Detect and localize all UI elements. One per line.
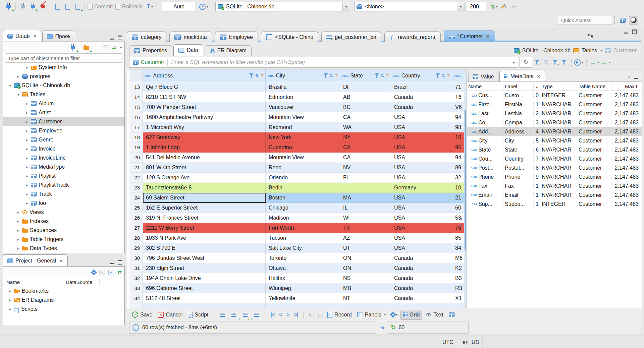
quick-access-input[interactable] [558, 16, 612, 25]
cell-state[interactable]: UT [340, 243, 391, 253]
table-row[interactable]: 16 1600 Amphitheatre Parkway Mountain Vi… [129, 112, 464, 122]
cell-country[interactable]: USA [391, 203, 452, 213]
tree-item[interactable]: SQLite - Chinook.db [3, 81, 124, 90]
tab-metadata[interactable]: MetaData ✕ [499, 71, 545, 81]
expand-arrow-icon[interactable] [8, 307, 12, 311]
link-with-editor-button[interactable]: ⇄ [112, 45, 116, 51]
cell-country[interactable]: Canada [391, 273, 452, 283]
next-row-button[interactable]: > [285, 312, 291, 318]
cell-address[interactable]: 1 Microsoft Way [143, 122, 266, 132]
expand-arrow-icon[interactable] [25, 119, 29, 124]
cell-postalcode[interactable]: 85 [452, 233, 464, 243]
cell-state[interactable]: ON [340, 263, 391, 273]
cell-address[interactable]: 69 Salem Street [143, 193, 266, 203]
cell-city[interactable]: Redmond [266, 122, 340, 132]
metadata-row[interactable]: 123Cus... Custo... 0 INTEGER Customer 2,… [467, 91, 642, 100]
row-number[interactable]: 31 [129, 263, 143, 273]
expand-arrow-icon[interactable] [25, 128, 29, 133]
save-filter-button[interactable]: ▪ [553, 60, 557, 65]
cell-address[interactable]: 801 W 4th Street [143, 163, 266, 173]
nav-new-connection-button[interactable]: + [69, 43, 77, 52]
row-number[interactable]: 16 [129, 112, 143, 122]
cell-city[interactable]: Salt Lake City [266, 243, 340, 253]
expand-arrow-icon[interactable] [16, 219, 20, 224]
tree-item[interactable]: Genre [3, 135, 124, 144]
last-row-button[interactable]: >| [292, 312, 300, 318]
editor-tab[interactable]: get_customer_ba ✕ [321, 32, 381, 42]
tab-properties[interactable]: Properties [129, 45, 172, 56]
cell-state[interactable]: NV [340, 163, 391, 173]
table-row[interactable]: 25 162 E Superior Street Chicago IL USA … [129, 203, 464, 213]
table-row[interactable]: 34 5112 48 Street Yellowknife NT Canada … [129, 293, 464, 303]
cell-country[interactable]: USA [391, 243, 452, 253]
row-number[interactable]: 33 [129, 283, 143, 293]
tab-value[interactable]: Value [468, 72, 498, 81]
cell-address[interactable]: 796 Dundas Street West [143, 253, 266, 263]
datasource-dropdown-button[interactable]: ▼ [342, 2, 350, 11]
tree-item[interactable]: Playlist [3, 171, 124, 180]
breadcrumb-tables[interactable]: Tables [582, 48, 597, 54]
scrollbar-thumb[interactable] [465, 110, 466, 250]
collapse-all-button[interactable]: − [103, 45, 108, 50]
script-button[interactable]: Script [186, 310, 210, 320]
cell-address[interactable]: 627 Broadway [143, 132, 266, 142]
fetch-next-page-icon[interactable]: ↳▫ [307, 312, 316, 318]
filter-icon[interactable] [375, 73, 379, 78]
cell-state[interactable]: MA [340, 193, 391, 203]
cell-state[interactable]: WI [340, 213, 391, 223]
help-icon[interactable]: ? [335, 73, 338, 78]
cell-city[interactable]: Reno [266, 163, 340, 173]
sort-icon[interactable]: ⇅ [381, 73, 384, 78]
meta-col-table[interactable]: Table Name [577, 83, 611, 89]
row-number[interactable]: 18 [129, 132, 143, 142]
tree-item[interactable]: System Info [3, 63, 124, 72]
cell-postalcode[interactable]: 10 [452, 132, 464, 142]
cell-address[interactable]: 319 N. Frances Street [143, 213, 266, 223]
expand-arrow-icon[interactable] [25, 156, 29, 160]
fetch-all-icon[interactable]: [▫] [317, 312, 324, 317]
cell-city[interactable]: Fort Worth [266, 223, 340, 233]
column-header-datasource[interactable]: DataSource [63, 279, 100, 285]
row-number[interactable]: 21 [129, 163, 143, 173]
nav-forward-button[interactable]: →▾ [601, 58, 611, 67]
cell-postalcode[interactable]: R3 [452, 283, 464, 293]
maximize-icon[interactable] [118, 260, 122, 265]
row-number[interactable]: 25 [129, 203, 143, 213]
expand-arrow-icon[interactable] [16, 74, 20, 79]
record-button[interactable]: Record [325, 310, 354, 320]
cell-city[interactable]: Edmonton [266, 92, 340, 102]
meta-col-number[interactable]: # [533, 83, 540, 89]
panel-menu-icon[interactable]: ▽ [628, 75, 630, 79]
column-header-state[interactable]: ABCState ⇅? [340, 69, 391, 82]
tab-project-general[interactable]: Project - General ✕ [3, 254, 68, 267]
nav-new-folder-button[interactable]: + [82, 43, 91, 52]
table-row[interactable]: 14 8210 111 ST NW Edmonton AB Canada T6 [129, 92, 464, 102]
cell-state[interactable]: DF [340, 82, 391, 92]
cancel-button[interactable]: ✕Cancel [156, 310, 184, 320]
cell-address[interactable]: 230 Elgin Street [143, 263, 266, 273]
sort-icon[interactable]: ⇅ [255, 73, 259, 78]
cell-country[interactable]: USA [391, 122, 452, 132]
cell-country[interactable]: Canada [391, 293, 452, 303]
cell-country[interactable]: Canada [391, 92, 452, 102]
cell-address[interactable]: 696 Osborne Street [143, 283, 266, 293]
sash-collapse-left-icon[interactable]: ◂ [460, 216, 462, 221]
table-row[interactable]: 32 194A Chain Lake Drive Halifax NS Cana… [129, 273, 464, 283]
tree-item[interactable]: Customer [3, 117, 124, 126]
cell-city[interactable]: New York [266, 132, 340, 142]
settings-gear-icon[interactable] [92, 270, 96, 275]
project-item[interactable]: ER Diagrams [3, 295, 124, 304]
cell-city[interactable]: Madison [266, 213, 340, 223]
cell-address[interactable]: 8210 111 ST NW [143, 92, 266, 102]
cell-address[interactable] [143, 303, 266, 309]
minimize-icon[interactable] [110, 39, 114, 40]
expand-arrow-icon[interactable] [8, 289, 12, 293]
cell-state[interactable]: NY [340, 132, 391, 142]
table-row[interactable]: 29 302 S 700 E Salt Lake City UT USA 84 [129, 243, 464, 253]
expand-arrow-icon[interactable] [25, 137, 29, 142]
cell-address[interactable]: 1600 Amphitheatre Parkway [143, 112, 266, 122]
cell-city[interactable]: Chicago [266, 203, 340, 213]
close-icon[interactable]: ✕ [59, 258, 63, 264]
close-icon[interactable]: ✕ [33, 34, 37, 39]
undo-button[interactable]: ↩ [510, 2, 519, 11]
